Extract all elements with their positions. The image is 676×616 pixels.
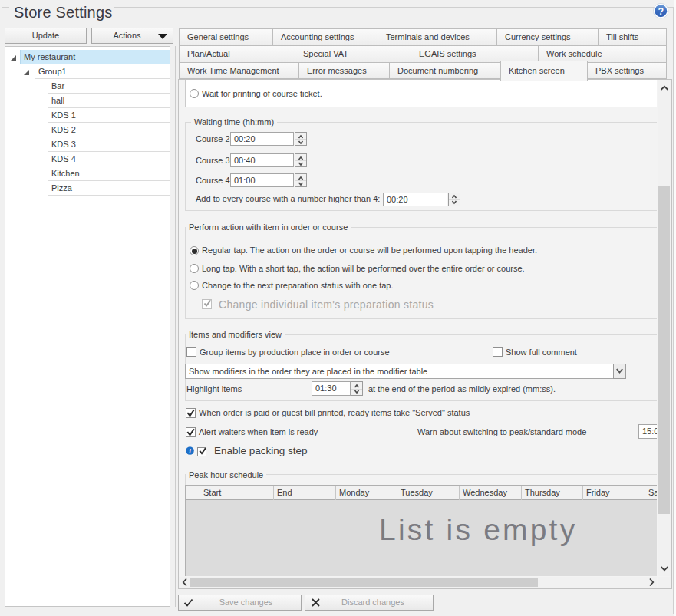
svg-text:?: ? (658, 6, 664, 17)
